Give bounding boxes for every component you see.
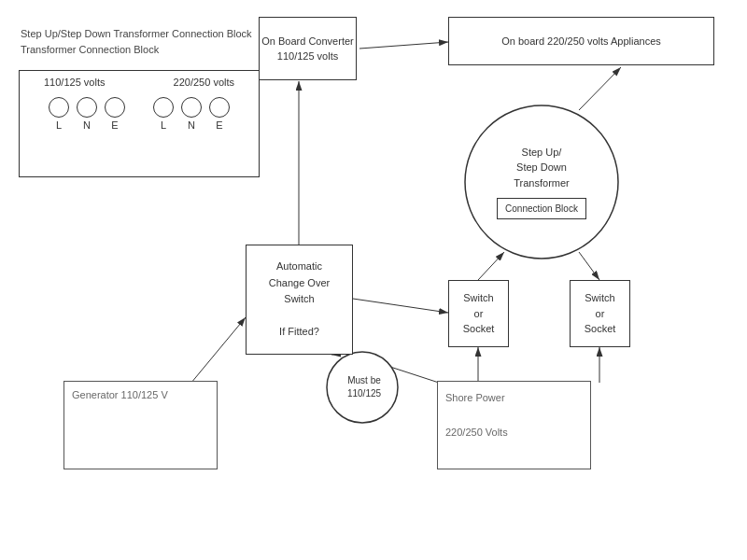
svg-line-5 xyxy=(579,252,599,280)
label-110-volts: 110/125 volts xyxy=(44,77,105,88)
terminal-L1-circle xyxy=(49,97,69,118)
switch-socket-left-box: SwitchorSocket xyxy=(448,280,509,347)
label-220-volts: 220/250 volts xyxy=(174,77,234,88)
transformer-heading-label: Step Up/Step Down Transformer Connection… xyxy=(21,26,252,57)
shore-power-label: Shore Power220/250 Volts xyxy=(445,389,508,441)
terminal-N1-circle xyxy=(77,97,97,118)
converter-label: On Board Converter 110/125 volts xyxy=(260,34,356,64)
auto-changeover-label: AutomaticChange OverSwitchIf Fitted? xyxy=(269,259,330,341)
appliances-box: On board 220/250 volts Appliances xyxy=(448,17,714,65)
svg-line-6 xyxy=(478,252,504,280)
svg-point-13 xyxy=(465,105,618,259)
svg-line-9 xyxy=(353,299,448,313)
terminal-E1-circle xyxy=(105,97,125,118)
svg-line-4 xyxy=(579,67,621,110)
on-board-converter-box: On Board Converter 110/125 volts xyxy=(259,17,357,80)
svg-line-3 xyxy=(359,42,448,49)
must-be-circle-label: Must be110/125 xyxy=(330,367,399,408)
switch-socket-right-box: SwitchorSocket xyxy=(570,280,630,347)
auto-changeover-box: AutomaticChange OverSwitchIf Fitted? xyxy=(246,245,353,355)
appliances-label: On board 220/250 volts Appliances xyxy=(501,35,661,47)
generator-box: Generator 110/125 V xyxy=(63,381,218,469)
terminal-N2-circle xyxy=(181,97,202,118)
shore-power-box: Shore Power220/250 Volts xyxy=(437,381,591,469)
generator-label: Generator 110/125 V xyxy=(72,389,168,400)
terminal-E2-circle xyxy=(209,97,230,118)
switch-socket-right-label: SwitchorSocket xyxy=(585,290,616,337)
switch-socket-left-label: SwitchorSocket xyxy=(463,290,495,337)
transformer-block-box: 110/125 volts 220/250 volts L N E xyxy=(19,70,260,177)
terminal-L2-circle xyxy=(153,97,174,118)
diagram-container: Step Up/Step Down Transformer Connection… xyxy=(0,0,747,560)
